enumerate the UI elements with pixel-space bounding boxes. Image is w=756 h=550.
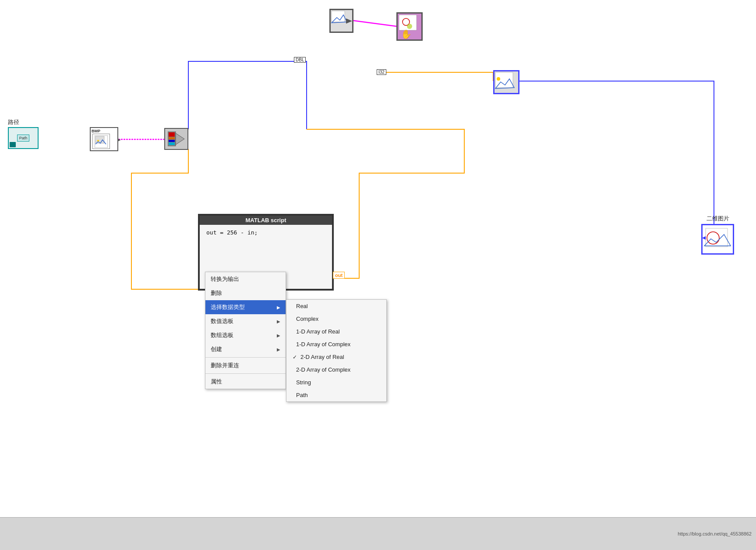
top-img-block2[interactable]: ✋ <box>396 12 423 41</box>
path-icon <box>10 142 16 147</box>
submenu-complex[interactable]: Complex <box>286 312 386 325</box>
dbl-wire-label: DBL <box>294 57 306 63</box>
matlab-title: MATLAB script <box>200 216 332 225</box>
svg-rect-5 <box>169 137 175 139</box>
wire-orange-left <box>131 149 198 289</box>
path-box[interactable]: Path <box>8 127 39 149</box>
submenu-path[interactable]: Path <box>286 389 386 401</box>
svg-rect-7 <box>169 142 175 145</box>
statusbar: https://blog.csdn.net/qq_45538862 <box>0 517 756 550</box>
wire-blue-dbl <box>188 61 307 129</box>
matlab-code: out = 256 - in; <box>200 225 332 240</box>
menu-item-select-type[interactable]: 选择数据类型 ▶ <box>205 300 286 314</box>
bmp-label: BMP <box>92 129 100 133</box>
menu-item-properties[interactable]: 属性 <box>205 375 286 389</box>
svg-point-21 <box>497 77 500 81</box>
menu-item-create[interactable]: 创建 ▶ <box>205 342 286 356</box>
submenu-2d-real[interactable]: 2-D Array of Real <box>286 351 386 363</box>
right-img-block[interactable] <box>493 70 519 94</box>
svg-rect-1 <box>95 136 104 143</box>
submenu-2d-complex[interactable]: 2-D Array of Complex <box>286 363 386 376</box>
menu-item-delete[interactable]: 删除 <box>205 286 286 300</box>
out-label: out <box>333 272 345 279</box>
submenu-real[interactable]: Real <box>286 300 386 312</box>
menu-item-convert[interactable]: 转换为输出 <box>205 272 286 286</box>
submenu-1d-real[interactable]: 1-D Array of Real <box>286 325 386 338</box>
submenu-arrow-icon4: ▶ <box>277 347 280 352</box>
menu-item-delete-reconnect[interactable]: 删除并重连 <box>205 358 286 373</box>
submenu[interactable]: Real Complex 1-D Array of Real 1-D Array… <box>286 299 387 402</box>
wire-magenta-top <box>353 21 396 26</box>
svg-point-16 <box>407 24 412 29</box>
menu-item-array[interactable]: 数组选板 ▶ <box>205 328 286 342</box>
path-control[interactable]: 路径 Path <box>8 118 39 149</box>
wire-layer <box>0 0 756 517</box>
arrow-block[interactable] <box>164 128 188 150</box>
status-url: https://blog.csdn.net/qq_45538862 <box>678 531 752 536</box>
svg-rect-6 <box>169 140 175 142</box>
svg-rect-4 <box>169 132 175 137</box>
twod-label: 二维图片 <box>701 215 734 223</box>
submenu-arrow-icon3: ▶ <box>277 333 280 338</box>
twod-block[interactable]: 二维图片 <box>701 215 734 255</box>
submenu-string[interactable]: String <box>286 376 386 389</box>
i32-wire-label: I32 <box>377 69 386 75</box>
submenu-arrow-icon2: ▶ <box>277 319 280 324</box>
context-menu[interactable]: 转换为输出 删除 选择数据类型 ▶ 数值选板 ▶ 数组选板 ▶ 创建 ▶ 删除并… <box>205 272 286 389</box>
twod-img <box>701 224 734 255</box>
menu-divider-2 <box>205 373 286 374</box>
svg-point-2 <box>97 140 99 142</box>
bmp-icon <box>92 134 110 149</box>
menu-divider-1 <box>205 357 286 358</box>
path-value: Path <box>17 135 30 142</box>
wire-orange-i32 <box>381 72 493 81</box>
bmp-out-port: ▶ <box>117 137 121 142</box>
svg-marker-8 <box>176 133 184 145</box>
submenu-1d-complex[interactable]: 1-D Array of Complex <box>286 338 386 351</box>
menu-item-numeric[interactable]: 数值选板 ▶ <box>205 314 286 328</box>
submenu-arrow-icon: ▶ <box>277 305 280 310</box>
bmp-block[interactable]: BMP ▶ <box>90 127 118 151</box>
path-label: 路径 <box>8 118 39 126</box>
svg-text:✋: ✋ <box>401 29 412 39</box>
top-img-block1[interactable] <box>329 9 353 33</box>
wire-blue-i32 <box>519 81 714 232</box>
